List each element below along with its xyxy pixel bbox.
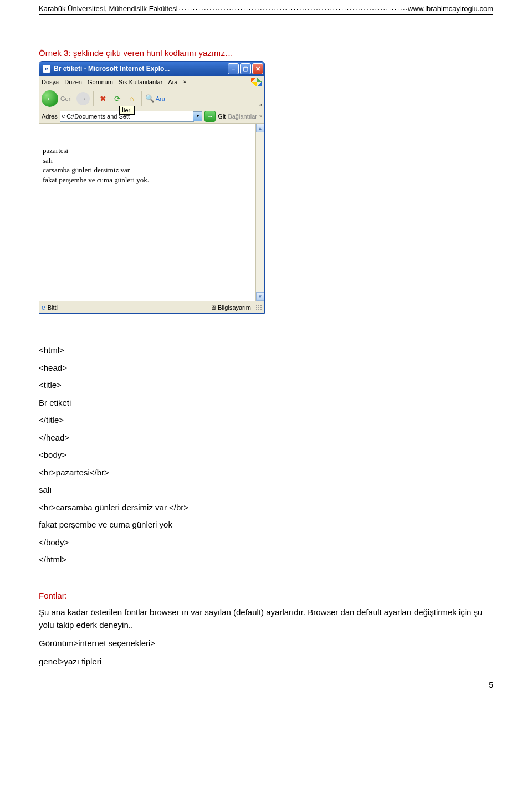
go-arrow-icon: → bbox=[207, 112, 213, 120]
code-line: Br etiketi bbox=[39, 394, 493, 412]
close-button[interactable]: ✕ bbox=[252, 63, 263, 74]
fontlar-title: Fontlar: bbox=[39, 591, 493, 600]
header-right: www.ibrahimcayiroglu.com bbox=[408, 4, 493, 13]
scrollbar[interactable]: ▲ ▼ bbox=[255, 124, 264, 301]
status-bar: e Bitti 🖥 Bilgisayarım bbox=[39, 301, 264, 313]
home-icon: ⌂ bbox=[130, 94, 134, 103]
code-line: <body> bbox=[39, 446, 493, 464]
resize-grip-icon[interactable] bbox=[255, 304, 262, 311]
browser-window: e Br etiketi - Microsoft Internet Explo.… bbox=[39, 61, 265, 314]
titlebar: e Br etiketi - Microsoft Internet Explo.… bbox=[39, 62, 264, 76]
search-button[interactable]: 🔍 Ara bbox=[145, 93, 165, 105]
window-buttons: – ▢ ✕ bbox=[228, 63, 263, 74]
code-line: <title> bbox=[39, 376, 493, 394]
code-line: <br>pazartesi</br> bbox=[39, 464, 493, 482]
status-zone-label: Bilgisayarım bbox=[218, 304, 251, 311]
page-number: 5 bbox=[489, 681, 493, 689]
home-button[interactable]: ⌂ bbox=[126, 93, 138, 105]
content-line: salı bbox=[43, 156, 252, 166]
refresh-icon: ⟳ bbox=[114, 94, 121, 103]
toolbar-separator bbox=[93, 91, 94, 106]
address-dropdown[interactable]: ▾ bbox=[193, 111, 202, 121]
page-header: Karabük Üniversitesi, Mühendislik Fakült… bbox=[39, 0, 493, 14]
minimize-icon: – bbox=[232, 65, 235, 72]
content-line: carsamba günleri dersimiz var bbox=[43, 165, 252, 175]
refresh-button[interactable]: ⟳ bbox=[111, 93, 124, 105]
windows-logo-icon bbox=[251, 78, 262, 86]
computer-icon: 🖥 bbox=[210, 304, 216, 311]
scroll-down-button[interactable]: ▼ bbox=[256, 292, 264, 301]
fontlar-path-1: Görünüm>internet seçenekleri> bbox=[39, 637, 493, 649]
address-ie-icon: e bbox=[62, 113, 65, 119]
code-block: <html> <head> <title> Br etiketi </title… bbox=[39, 341, 493, 569]
code-line: salı bbox=[39, 481, 493, 499]
content-area: pazartesi salı carsamba günleri dersimiz… bbox=[39, 124, 264, 301]
go-button[interactable]: → bbox=[204, 111, 216, 122]
header-left: Karabük Üniversitesi, Mühendislik Fakült… bbox=[39, 4, 178, 13]
status-ie-icon: e bbox=[42, 304, 45, 311]
content-body: pazartesi salı carsamba günleri dersimiz… bbox=[39, 124, 255, 301]
go-label: Git bbox=[218, 113, 226, 120]
toolbar-chevron-icon[interactable]: » bbox=[259, 102, 262, 108]
scroll-up-button[interactable]: ▲ bbox=[256, 124, 264, 132]
window-title: Br etiketi - Microsoft Internet Explo... bbox=[54, 65, 228, 73]
back-label: Geri bbox=[60, 95, 72, 102]
close-icon: ✕ bbox=[255, 65, 260, 73]
address-bar: Adres e C:\Documents and Sett ▾ → Git Ba… bbox=[39, 109, 264, 124]
menu-chevron-icon[interactable]: » bbox=[183, 79, 186, 85]
content-line: pazartesi bbox=[43, 146, 252, 156]
forward-arrow-icon: → bbox=[79, 94, 87, 103]
code-line: <html> bbox=[39, 341, 493, 359]
forward-button[interactable]: → bbox=[76, 92, 90, 105]
code-line: </title> bbox=[39, 411, 493, 429]
status-done: Bitti bbox=[48, 304, 58, 311]
maximize-button[interactable]: ▢ bbox=[240, 63, 251, 74]
code-line: </head> bbox=[39, 429, 493, 447]
stop-button[interactable]: ✖ bbox=[97, 93, 109, 105]
toolbar: ← Geri → ✖ ⟳ ⌂ 🔍 Ara » İleri bbox=[39, 88, 264, 109]
search-label: Ara bbox=[156, 95, 165, 102]
menu-sik[interactable]: Sık Kullanılanlar bbox=[119, 79, 163, 85]
code-line: </html> bbox=[39, 551, 493, 569]
menu-duzen[interactable]: Düzen bbox=[64, 79, 82, 85]
minimize-button[interactable]: – bbox=[228, 63, 239, 74]
example-title: Örnek 3: şeklinde çıktı veren html kodla… bbox=[39, 48, 493, 58]
down-arrow-icon: ▼ bbox=[258, 294, 263, 299]
ie-icon: e bbox=[43, 65, 50, 73]
menu-bar: Dosya Düzen Görünüm Sık Kullanılanlar Ar… bbox=[39, 76, 264, 88]
status-zone: 🖥 Bilgisayarım bbox=[210, 304, 251, 311]
forward-tooltip: İleri bbox=[119, 106, 135, 115]
fontlar-path-2: genel>yazı tipleri bbox=[39, 655, 493, 668]
address-label: Adres bbox=[42, 113, 58, 120]
code-line: <br>carsamba günleri dersimiz var </br> bbox=[39, 499, 493, 516]
menu-ara[interactable]: Ara bbox=[168, 79, 177, 85]
links-label[interactable]: Bağlantılar bbox=[228, 113, 257, 120]
code-line: fakat perşembe ve cuma günleri yok bbox=[39, 516, 493, 534]
content-line: fakat perşembe ve cuma günleri yok. bbox=[43, 175, 252, 185]
search-icon: 🔍 bbox=[145, 94, 154, 103]
menu-gorunum[interactable]: Görünüm bbox=[88, 79, 113, 85]
dropdown-icon: ▾ bbox=[197, 114, 199, 119]
address-chevron-icon[interactable]: » bbox=[259, 114, 262, 119]
stop-icon: ✖ bbox=[100, 94, 106, 103]
header-rule bbox=[39, 14, 493, 15]
maximize-icon: ▢ bbox=[243, 65, 248, 73]
menu-dosya[interactable]: Dosya bbox=[42, 79, 59, 85]
back-button[interactable]: ← bbox=[42, 90, 58, 107]
fontlar-paragraph: Şu ana kadar österilen fontlar browser ı… bbox=[39, 606, 493, 632]
back-arrow-icon: ← bbox=[46, 94, 54, 103]
code-line: <head> bbox=[39, 359, 493, 377]
up-arrow-icon: ▲ bbox=[258, 126, 263, 131]
scroll-track[interactable] bbox=[256, 132, 264, 292]
toolbar-separator bbox=[141, 91, 142, 106]
code-line: </body> bbox=[39, 534, 493, 551]
header-dots: ........................................… bbox=[178, 4, 408, 13]
